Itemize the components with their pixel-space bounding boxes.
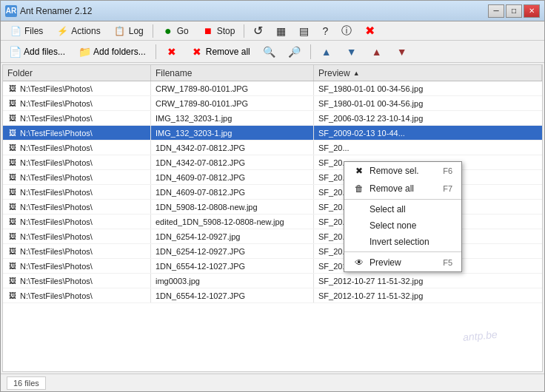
menu-log[interactable]: 📋 Log: [108, 23, 150, 39]
ctx-item-preview[interactable]: 👁PreviewF5: [344, 254, 461, 271]
table-row[interactable]: 🖼N:\TestFiles\Photos\CRW_1789-80-0101.JP…: [3, 81, 542, 96]
lookup-button[interactable]: 🔎: [284, 43, 306, 61]
col-header-filename[interactable]: Filename: [151, 65, 314, 81]
down-button[interactable]: ▼: [341, 43, 363, 61]
add-files-label: Add files...: [24, 47, 65, 57]
menu-separator-2: [244, 24, 244, 38]
menu-go[interactable]: ● Go: [156, 23, 195, 39]
remove-all-button[interactable]: ✖ Remove all: [186, 43, 255, 61]
ctx-item-select-all[interactable]: Select all: [344, 201, 461, 217]
ctx-item-select-none[interactable]: Select none: [344, 217, 461, 234]
cell-preview: SF_2009-02-13 10-44...: [314, 126, 542, 140]
cell-filename: 1DN_6254-12-0927.JPG: [151, 244, 314, 258]
add-files-button[interactable]: 📄 Add files...: [4, 43, 70, 61]
add-folders-label: Add folders...: [93, 47, 146, 57]
menu-info[interactable]: ⓘ: [335, 23, 358, 39]
ctx-item-label: Select all: [370, 204, 406, 214]
menu-help[interactable]: ?: [316, 23, 334, 39]
col-header-preview[interactable]: Preview ▲: [314, 65, 542, 81]
cell-folder: 🖼N:\TestFiles\Photos\: [3, 274, 151, 288]
remove-sel-button[interactable]: ✖: [161, 43, 183, 61]
up-icon: ▲: [321, 46, 332, 58]
ctx-item-remove-sel.[interactable]: ✖Remove sel.F6: [344, 162, 461, 180]
info-icon: ⓘ: [341, 24, 352, 38]
top-button[interactable]: ▲: [366, 43, 388, 61]
row-file-icon: 🖼: [7, 276, 18, 286]
close-button[interactable]: ✕: [524, 4, 540, 18]
ctx-shortcut: F6: [443, 166, 452, 175]
table-header: Folder Filename Preview ▲: [3, 65, 542, 81]
row-file-icon: 🖼: [7, 232, 18, 242]
menu-close[interactable]: ✖: [359, 23, 381, 39]
cell-filename: 1DN_6554-12-1027.JPG: [151, 259, 314, 273]
toolbar-separator-2: [310, 44, 311, 59]
ctx-shortcut: F5: [443, 258, 452, 267]
grid1-icon: ▦: [276, 25, 286, 37]
lookup-icon: 🔎: [289, 46, 301, 58]
up-button[interactable]: ▲: [315, 43, 338, 61]
cell-folder: 🖼N:\TestFiles\Photos\: [3, 96, 151, 110]
ctx-separator: [344, 251, 461, 252]
cell-folder: 🖼N:\TestFiles\Photos\: [3, 214, 151, 229]
menu-stop-label: Stop: [217, 26, 235, 36]
maximize-button[interactable]: □: [506, 4, 522, 18]
menu-grid2[interactable]: ▤: [293, 23, 315, 39]
ctx-icon: 🗑: [353, 183, 365, 195]
menu-stop[interactable]: ■ Stop: [196, 23, 241, 39]
cell-folder: 🖼N:\TestFiles\Photos\: [3, 244, 151, 258]
remove-sel-icon: ✖: [166, 46, 178, 58]
col-filename-label: Filename: [156, 68, 192, 78]
content-area: Folder Filename Preview ▲ 🖼N:\TestFiles\…: [2, 64, 543, 372]
refresh-icon: ↺: [253, 24, 263, 38]
table-row[interactable]: 🖼N:\TestFiles\Photos\img0003.jpgSF_2012-…: [3, 274, 542, 288]
cell-filename: IMG_132_3203-1.jpg: [151, 126, 314, 140]
row-file-icon: 🖼: [7, 291, 18, 301]
ctx-item-invert-selection[interactable]: Invert selection: [344, 234, 461, 250]
table-row[interactable]: 🖼N:\TestFiles\Photos\IMG_132_3203-1.jpgS…: [3, 126, 542, 141]
menu-files[interactable]: 📄 Files: [4, 23, 49, 39]
stop-icon: ■: [202, 25, 214, 37]
ctx-item-label: Select none: [370, 220, 416, 231]
app-icon-label: AR: [6, 7, 16, 15]
add-folders-button[interactable]: 📁 Add folders...: [73, 43, 151, 61]
menu-grid1[interactable]: ▦: [270, 23, 292, 39]
refresh-button[interactable]: 🔍: [258, 43, 281, 61]
cell-preview: SF_1980-01-01 00-34-56.jpg: [314, 81, 542, 95]
menu-log-label: Log: [129, 26, 144, 36]
col-folder-label: Folder: [7, 68, 33, 78]
table-row[interactable]: 🖼N:\TestFiles\Photos\1DN_4342-07-0812.JP…: [3, 141, 542, 155]
context-menu: ✖Remove sel.F6🗑Remove allF7Select allSel…: [344, 161, 462, 272]
ctx-item-remove-all[interactable]: 🗑Remove allF7: [344, 180, 461, 197]
table-row[interactable]: 🖼N:\TestFiles\Photos\IMG_132_3203-1.jpgS…: [3, 111, 542, 126]
cell-preview: SF_20...: [314, 141, 542, 155]
cell-filename: img0003.jpg: [151, 274, 314, 288]
refresh-icon: 🔍: [264, 46, 275, 58]
actions-icon: ⚡: [56, 25, 68, 37]
row-file-icon: 🖼: [7, 172, 18, 183]
add-folders-icon: 📁: [78, 46, 90, 58]
table-row[interactable]: 🖼N:\TestFiles\Photos\1DN_6554-12-1027.JP…: [3, 288, 542, 303]
minimize-button[interactable]: ─: [488, 4, 504, 18]
grid2-icon: ▤: [299, 25, 309, 37]
menu-close-icon: ✖: [365, 24, 375, 38]
cell-folder: 🖼N:\TestFiles\Photos\: [3, 81, 151, 95]
row-file-icon: 🖼: [7, 246, 18, 257]
menu-actions-label: Actions: [71, 26, 100, 36]
ctx-icon: 👁: [353, 257, 365, 268]
top-icon: ▲: [371, 46, 383, 58]
cell-filename: CRW_1789-80-0101.JPG: [151, 96, 314, 110]
status-bar: 16 files: [1, 374, 544, 391]
cell-filename: CRW_1789-80-0101.JPG: [151, 81, 314, 95]
menu-refresh[interactable]: ↺: [247, 23, 269, 39]
row-file-icon: 🖼: [7, 113, 18, 124]
col-header-folder[interactable]: Folder: [3, 65, 151, 81]
main-window: AR Ant Renamer 2.12 ─ □ ✕ 📄 Files ⚡ Acti…: [0, 0, 545, 392]
cell-filename: 1DN_4342-07-0812.JPG: [151, 155, 314, 169]
bottom-button[interactable]: ▼: [391, 43, 413, 61]
log-icon: 📋: [114, 25, 126, 37]
app-icon: AR: [5, 5, 17, 17]
menu-actions[interactable]: ⚡ Actions: [50, 23, 106, 39]
files-icon: 📄: [10, 25, 21, 37]
bottom-icon: ▼: [396, 46, 408, 58]
table-row[interactable]: 🖼N:\TestFiles\Photos\CRW_1789-80-0101.JP…: [3, 96, 542, 111]
